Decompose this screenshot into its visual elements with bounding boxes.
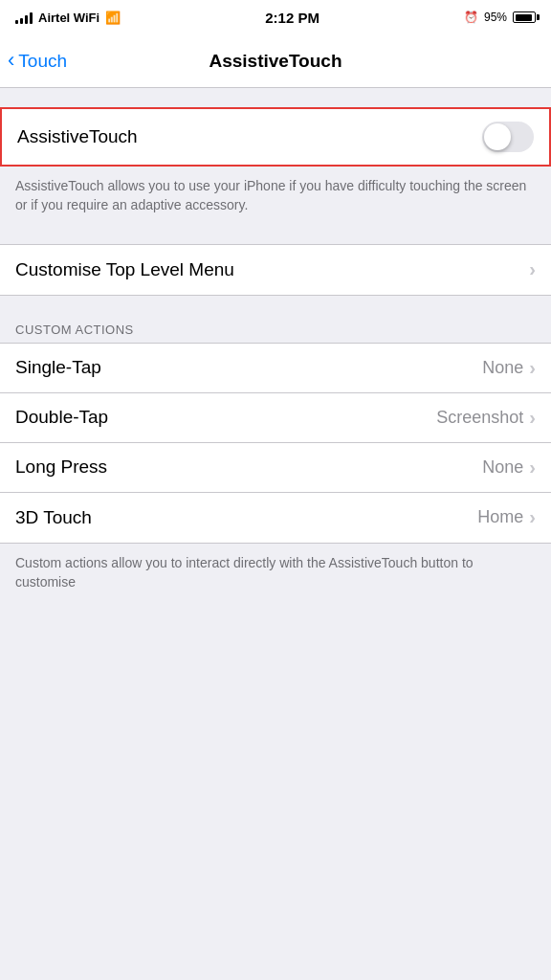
long-press-label: Long Press	[15, 457, 107, 478]
nav-bar: ‹ Touch AssistiveTouch	[0, 34, 551, 88]
3d-touch-right: Home ›	[477, 506, 536, 528]
chevron-right-icon: ›	[529, 407, 536, 429]
custom-actions-footer: Custom actions allow you to interact dir…	[0, 544, 551, 602]
battery-icon	[513, 11, 536, 23]
long-press-value: None	[482, 457, 523, 478]
single-tap-right: None ›	[482, 357, 536, 379]
customise-row[interactable]: Customise Top Level Menu ›	[0, 245, 551, 295]
signal-bars-icon	[15, 11, 33, 24]
custom-actions-group: Single-Tap None › Double-Tap Screenshot …	[0, 343, 551, 544]
custom-actions-header: CUSTOM ACTIONS	[0, 315, 551, 343]
back-chevron-icon: ‹	[8, 50, 14, 71]
wifi-icon: 📶	[105, 11, 121, 25]
customise-label: Customise Top Level Menu	[15, 259, 234, 280]
alarm-icon: ⏰	[464, 11, 478, 24]
customise-row-right: ›	[529, 258, 536, 280]
customise-section: Customise Top Level Menu ›	[0, 244, 551, 296]
3d-touch-label: 3D Touch	[15, 507, 92, 528]
double-tap-row[interactable]: Double-Tap Screenshot ›	[0, 393, 551, 443]
status-bar: Airtel WiFi 📶 2:12 PM ⏰ 95%	[0, 0, 551, 34]
custom-actions-section: CUSTOM ACTIONS Single-Tap None › Double-…	[0, 315, 551, 602]
assistive-touch-section: AssistiveTouch AssistiveTouch allows you…	[0, 107, 551, 225]
back-label: Touch	[18, 51, 67, 72]
back-button[interactable]: ‹ Touch	[8, 51, 67, 72]
double-tap-label: Double-Tap	[15, 407, 108, 428]
long-press-right: None ›	[482, 457, 536, 479]
toggle-thumb	[484, 123, 511, 150]
assistive-touch-toggle[interactable]	[482, 122, 534, 152]
3d-touch-value: Home	[477, 507, 523, 527]
3d-touch-row[interactable]: 3D Touch Home ›	[0, 493, 551, 543]
status-right: ⏰ 95%	[464, 11, 536, 24]
assistive-touch-group: AssistiveTouch	[0, 107, 551, 167]
customise-group: Customise Top Level Menu ›	[0, 244, 551, 296]
single-tap-row[interactable]: Single-Tap None ›	[0, 344, 551, 393]
chevron-right-icon: ›	[529, 357, 536, 379]
long-press-row[interactable]: Long Press None ›	[0, 443, 551, 493]
single-tap-value: None	[482, 358, 523, 378]
status-left: Airtel WiFi 📶	[15, 11, 121, 25]
chevron-right-icon: ›	[529, 506, 536, 528]
page-title: AssistiveTouch	[209, 51, 342, 72]
chevron-right-icon: ›	[529, 258, 536, 280]
assistive-touch-row[interactable]: AssistiveTouch	[2, 109, 549, 165]
double-tap-value: Screenshot	[436, 408, 523, 428]
toggle-track	[482, 122, 534, 152]
chevron-right-icon: ›	[529, 457, 536, 479]
assistive-touch-footer: AssistiveTouch allows you to use your iP…	[0, 167, 551, 225]
status-time: 2:12 PM	[265, 10, 320, 26]
carrier-label: Airtel WiFi	[38, 11, 99, 25]
battery-percent: 95%	[484, 11, 507, 24]
assistive-touch-label: AssistiveTouch	[17, 126, 138, 147]
double-tap-right: Screenshot ›	[436, 407, 536, 429]
single-tap-label: Single-Tap	[15, 357, 101, 378]
